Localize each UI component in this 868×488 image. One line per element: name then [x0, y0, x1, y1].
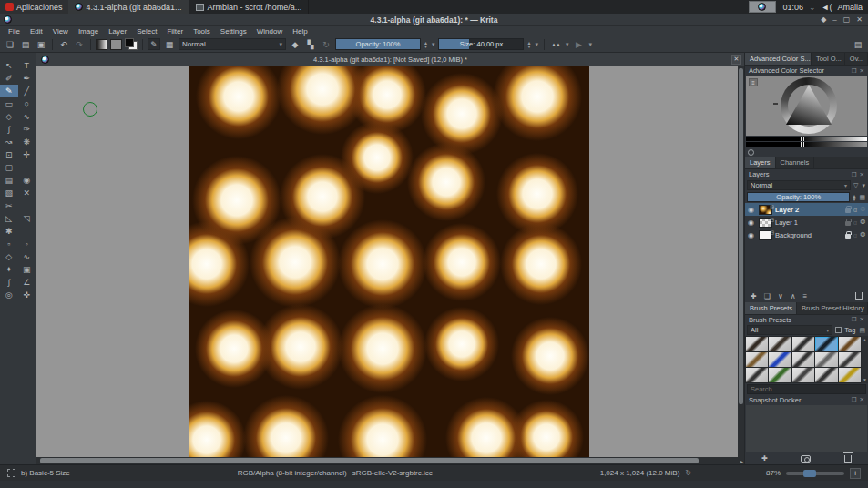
tool-smart-patch[interactable]: ✂ — [0, 199, 18, 211]
delete-layer-button[interactable] — [855, 292, 863, 300]
tool-freehand-select[interactable]: ∿ — [18, 250, 36, 262]
add-layer-button[interactable]: ✚ — [751, 292, 757, 300]
menu-file[interactable]: File — [4, 27, 25, 36]
taskbar-window-button[interactable]: Armbian - scrot /home/a... — [189, 0, 310, 14]
opacity-slider[interactable]: Opacity: 100% — [335, 38, 421, 50]
canvas-area[interactable] — [36, 66, 738, 457]
tab-layers[interactable]: Layers — [745, 157, 776, 168]
tool-text[interactable]: T — [18, 59, 36, 71]
menu-layer[interactable]: Layer — [104, 27, 131, 36]
close-document-button[interactable]: ✕ — [731, 55, 741, 65]
chevron-down-icon[interactable]: ▾ — [534, 41, 539, 48]
brush-preset-thumbnail[interactable] — [746, 337, 768, 351]
tab-brush-presets[interactable]: Brush Presets — [745, 302, 797, 314]
tool-enclose-fill[interactable]: ◹ — [18, 212, 36, 224]
tool-move[interactable]: ✛ — [18, 148, 36, 160]
tool-edit-shapes[interactable]: ✐ — [0, 72, 18, 84]
float-docker-icon[interactable]: ❐ — [852, 67, 857, 75]
close-docker-icon[interactable]: ✕ — [860, 316, 864, 323]
tool-polyline[interactable]: ∿ — [18, 110, 36, 122]
layer-lock-icon[interactable] — [845, 208, 851, 213]
current-brush-preset-label[interactable]: b) Basic-5 Size — [21, 469, 70, 477]
tab-brush-preset-history[interactable]: Brush Preset History — [797, 302, 868, 314]
layer-row[interactable]: ◉◳Layer 2α❂ — [745, 203, 868, 216]
taskbar-window-button[interactable]: 4.3.1-alpha (git aba6da1... — [68, 0, 189, 14]
tool-rectangle[interactable]: ▭ — [0, 97, 18, 109]
fg-bg-color-selector[interactable] — [125, 38, 138, 50]
open-document-button[interactable]: ▤ — [19, 38, 32, 50]
menu-edit[interactable]: Edit — [26, 27, 47, 36]
tool-pan-tool[interactable]: ✜ — [18, 289, 36, 300]
applications-menu[interactable]: Aplicaciones — [0, 0, 68, 14]
alpha-lock-icon[interactable]: α — [853, 207, 857, 213]
close-docker-icon[interactable]: ✕ — [860, 396, 864, 403]
float-docker-icon[interactable]: ❐ — [852, 316, 857, 323]
preset-grid-scrollbar[interactable]: ▲ ▼ — [862, 336, 868, 383]
volume-icon[interactable]: ◄( — [822, 3, 832, 12]
tool-multibrush[interactable]: ❋ — [18, 136, 36, 147]
layer-filter-icon[interactable]: ▽ — [853, 182, 859, 189]
wrap-around-button[interactable]: ▶ — [572, 38, 585, 50]
edit-brush-settings-button[interactable]: ✎ — [148, 38, 160, 50]
layer-properties-icon[interactable]: ❂ — [860, 206, 865, 213]
brush-preset-thumbnail[interactable] — [815, 337, 837, 351]
menu-help[interactable]: Help — [288, 27, 311, 36]
undo-button[interactable]: ↶ — [57, 38, 70, 50]
canvas-horizontal-scrollbar[interactable]: ▸ — [36, 457, 744, 464]
saturation-ramp[interactable] — [746, 142, 867, 147]
delete-snapshot-button[interactable] — [844, 455, 852, 463]
tab-advanced-color-selector[interactable]: Advanced Color S... — [745, 53, 812, 65]
hscroll-thumb[interactable] — [40, 458, 699, 463]
float-docker-icon[interactable]: ❐ — [852, 171, 857, 178]
duplicate-layer-button[interactable]: ❏ — [764, 292, 771, 300]
layer-properties-button[interactable]: ≡ — [803, 292, 808, 300]
menu-window[interactable]: Window — [252, 27, 287, 36]
layer-properties-icon[interactable]: ❂ — [860, 219, 865, 226]
brush-preset-thumbnail[interactable] — [769, 352, 791, 367]
layer-blending-mode-select[interactable]: Normal ▾ — [747, 180, 851, 190]
tool-fill[interactable]: ◺ — [0, 212, 18, 224]
close-icon[interactable]: ✕ — [856, 15, 863, 24]
choose-workspace-button[interactable]: ▤ — [852, 38, 864, 50]
snapshot-list[interactable] — [746, 405, 867, 453]
tool-colorize-mask[interactable]: ✕ — [18, 187, 36, 198]
tool-transform[interactable]: ⊡ — [0, 148, 18, 160]
brush-size-slider[interactable]: Size: 40,00 px — [438, 38, 524, 50]
move-layer-down-button[interactable]: ∨ — [778, 292, 783, 300]
save-button[interactable]: ▣ — [35, 38, 47, 50]
username-label[interactable]: Amalia — [837, 3, 863, 12]
zoom-slider[interactable] — [786, 472, 844, 475]
tool-gradient[interactable]: ▤ — [0, 174, 18, 186]
zoom-slider-thumb[interactable] — [803, 470, 816, 477]
layer-lock-icon[interactable] — [845, 234, 851, 239]
memory-refresh-icon[interactable]: ↻ — [685, 469, 691, 477]
tag-checkbox[interactable] — [835, 327, 842, 333]
tool-assistants[interactable]: ✱ — [0, 225, 18, 237]
brush-preset-thumbnail[interactable] — [746, 352, 768, 367]
opacity-spinner[interactable]: ▲▼ — [424, 41, 428, 48]
tool-contiguous-select[interactable]: ✦ — [0, 263, 18, 275]
redo-button[interactable]: ↷ — [73, 38, 86, 50]
layer-opacity-slider[interactable]: Opacity: 100% — [747, 192, 850, 202]
close-docker-icon[interactable]: ✕ — [860, 171, 864, 178]
tool-dynamic-brush[interactable]: ↝ — [0, 136, 18, 147]
tool-freehand-brush[interactable]: ✎ — [0, 85, 18, 97]
chevron-down-icon[interactable]: ▾ — [431, 41, 436, 48]
chevron-down-icon[interactable]: ▾ — [565, 41, 570, 48]
pattern-chooser[interactable] — [110, 39, 122, 50]
tool-freehand-path[interactable]: ✑ — [18, 123, 36, 135]
brush-preset-thumbnail[interactable] — [839, 337, 861, 351]
zoom-percentage-label[interactable]: 87% — [766, 469, 781, 477]
layer-visibility-icon[interactable]: ◉ — [748, 219, 756, 227]
brush-preset-thumbnail[interactable] — [839, 368, 861, 382]
tool-pattern-edit[interactable]: ▧ — [0, 187, 18, 198]
layer-thumbnail[interactable]: ◳ — [759, 230, 772, 240]
scroll-arrow-icon[interactable]: ▸ — [740, 458, 743, 464]
preset-tag-filter-select[interactable]: All ▾ — [747, 325, 832, 335]
minimize-icon[interactable]: – — [832, 15, 836, 24]
tool-polygonal-select[interactable]: ◇ — [0, 250, 18, 262]
tool-ellipse-select[interactable]: ◦ — [18, 238, 36, 249]
menu-filter[interactable]: Filter — [162, 27, 188, 36]
vscroll-thumb[interactable] — [739, 68, 743, 404]
brush-preset-thumbnail[interactable] — [769, 368, 791, 382]
